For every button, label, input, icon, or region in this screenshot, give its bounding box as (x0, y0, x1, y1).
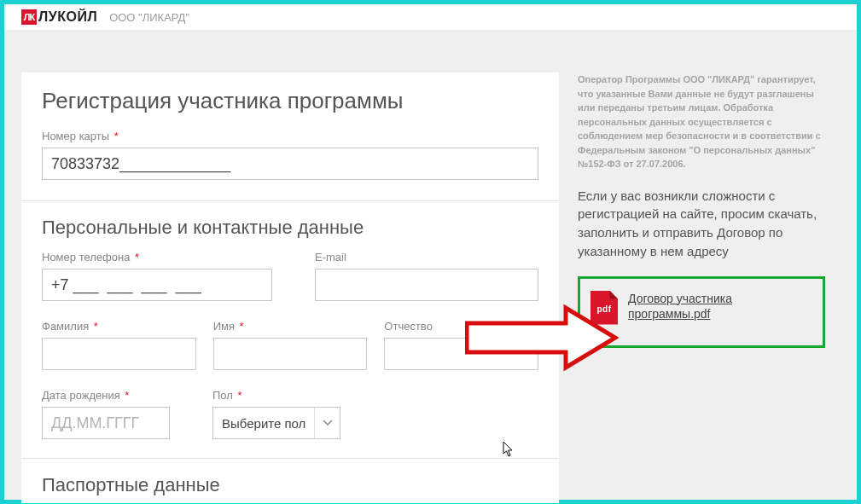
required-mark: * (236, 320, 244, 333)
top-header: ЛК ЛУКОЙЛ ООО "ЛИКАРД" (4, 4, 857, 30)
gender-label: Пол * (212, 389, 349, 402)
required-mark: * (122, 389, 130, 402)
help-text: Если у вас возникли сложности с регистра… (578, 187, 825, 261)
card-number-label: Номер карты * (42, 130, 538, 142)
required-mark: * (111, 130, 119, 142)
pdf-download-block[interactable]: pdf Договор участника программы.pdf (578, 276, 825, 348)
chevron-down-icon (314, 408, 340, 438)
gender-select[interactable]: Выберите пол (212, 407, 340, 439)
logo[interactable]: ЛК ЛУКОЙЛ (21, 9, 97, 25)
phone-input[interactable] (42, 269, 272, 301)
row-name: Фамилия * Имя * Отчество (42, 320, 538, 370)
page: ЛК ЛУКОЙЛ ООО "ЛИКАРД" Регистрация участ… (4, 4, 857, 500)
section-personal-title: Персональные и контактные данные (42, 217, 538, 239)
phone-label: Номер телефона * (42, 251, 272, 264)
patronymic-field: Отчество (384, 320, 538, 370)
lastname-input[interactable] (42, 338, 196, 370)
company-name: ООО "ЛИКАРД" (109, 11, 189, 24)
birthdate-input[interactable] (42, 407, 170, 439)
row-birth-gender: Дата рождения * Пол * Выберите пол (42, 389, 538, 439)
label-text: Фамилия (42, 320, 89, 333)
firstname-input[interactable] (213, 338, 368, 370)
lastname-field: Фамилия * (42, 320, 196, 370)
divider (21, 200, 559, 201)
pdf-icon-label: pdf (590, 304, 618, 313)
required-mark: * (90, 320, 98, 333)
divider (21, 458, 559, 459)
spacer (392, 389, 538, 439)
required-mark: * (131, 251, 139, 264)
pdf-download-link[interactable]: Договор участника программы.pdf (628, 291, 812, 323)
patronymic-input[interactable] (384, 338, 538, 370)
registration-form: Регистрация участника программы Номер ка… (21, 72, 559, 503)
label-text: Имя (213, 320, 235, 333)
email-input[interactable] (315, 269, 538, 301)
patronymic-label: Отчество (384, 320, 538, 333)
sidebar: Оператор Программы ООО "ЛИКАРД" гарантир… (578, 72, 825, 503)
content-area: Регистрация участника программы Номер ка… (4, 30, 857, 503)
label-text: Дата рождения (42, 389, 120, 402)
section-passport-title: Паспортные данные (42, 474, 538, 496)
pdf-icon: pdf (590, 291, 618, 325)
birthdate-field: Дата рождения * (42, 389, 170, 439)
required-mark: * (235, 389, 242, 402)
logo-mark-icon: ЛК (21, 9, 37, 25)
row-phone-email: Номер телефона * E-mail (42, 251, 538, 301)
lastname-label: Фамилия * (42, 320, 196, 333)
label-text: Номер карты (42, 130, 109, 142)
card-number-input[interactable] (42, 148, 538, 180)
email-label: E-mail (315, 251, 538, 264)
gender-field: Пол * Выберите пол (212, 389, 349, 439)
card-number-field: Номер карты * (42, 130, 538, 180)
label-text: Номер телефона (42, 251, 130, 264)
phone-field: Номер телефона * (42, 251, 272, 301)
email-field: E-mail (315, 251, 538, 301)
birthdate-label: Дата рождения * (42, 389, 170, 402)
firstname-label: Имя * (213, 320, 368, 333)
page-title: Регистрация участника программы (42, 88, 538, 114)
gender-select-value: Выберите пол (222, 416, 305, 431)
label-text: Пол (212, 389, 233, 402)
firstname-field: Имя * (213, 320, 368, 370)
logo-text: ЛУКОЙЛ (38, 9, 97, 25)
privacy-disclaimer: Оператор Программы ООО "ЛИКАРД" гарантир… (578, 72, 825, 171)
